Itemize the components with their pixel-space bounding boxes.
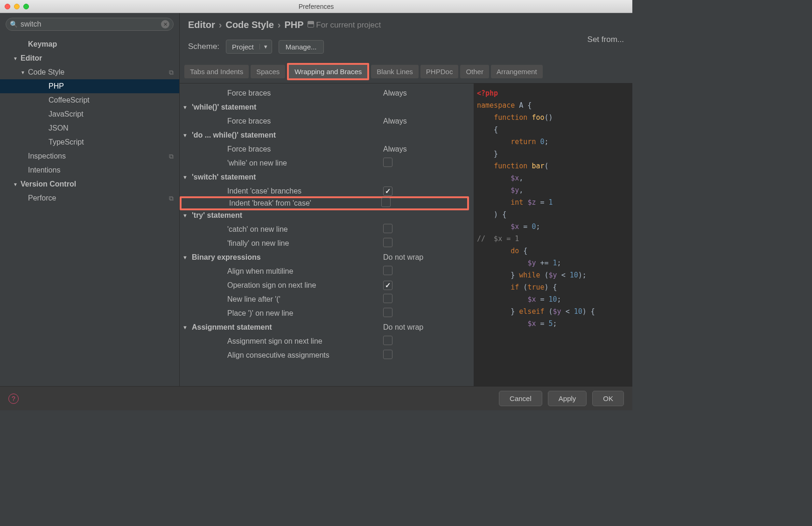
sidebar-item-label: PHP — [49, 82, 64, 90]
code-preview: <?phpnamespace A { function foo() { retu… — [474, 83, 632, 386]
scheme-label: Scheme: — [188, 42, 219, 51]
option-try-statement[interactable]: ▼'try' statement — [180, 208, 469, 222]
sidebar-item-keymap[interactable]: Keymap — [0, 37, 179, 51]
option-new-line-after[interactable]: New line after '(' — [180, 292, 469, 306]
sidebar-item-label: Inspections — [28, 152, 66, 160]
option-value[interactable]: Always — [383, 89, 407, 97]
disclosure-icon: ▼ — [182, 132, 189, 138]
help-icon[interactable]: ? — [8, 394, 19, 404]
sidebar-item-label: TypeScript — [49, 138, 84, 146]
checkbox[interactable] — [383, 266, 392, 275]
checkbox[interactable] — [383, 281, 392, 290]
option-align-when-multiline[interactable]: Align when multiline — [180, 264, 469, 278]
option-value[interactable]: Do not wrap — [383, 253, 423, 261]
checkbox[interactable] — [383, 187, 392, 196]
window-title: Preferences — [0, 3, 632, 10]
option-do-while-statement[interactable]: ▼'do ... while()' statement — [180, 128, 469, 142]
option-value[interactable]: Do not wrap — [383, 323, 423, 331]
sidebar-item-label: Keymap — [28, 40, 57, 48]
breadcrumb-editor: Editor — [188, 20, 215, 30]
project-icon — [308, 21, 314, 28]
tab-wrapping-and-braces[interactable]: Wrapping and Braces — [287, 63, 369, 80]
tab-spaces[interactable]: Spaces — [251, 65, 285, 78]
sidebar-item-typescript[interactable]: TypeScript — [0, 135, 179, 149]
set-from-link[interactable]: Set from... — [588, 35, 624, 44]
titlebar: Preferences — [0, 0, 632, 13]
chevron-right-icon: › — [219, 20, 222, 30]
option-assignment-sign-on-next-line[interactable]: Assignment sign on next line — [180, 334, 469, 348]
tab-phpdoc[interactable]: PHPDoc — [420, 65, 459, 78]
option-finally-on-new-line[interactable]: 'finally' on new line — [180, 236, 469, 250]
disclosure-icon: ▼ — [21, 70, 26, 75]
scheme-value: Project — [226, 43, 259, 51]
sidebar-item-version-control[interactable]: ▼Version Control — [0, 177, 179, 191]
disclosure-icon: ▼ — [182, 174, 189, 180]
sidebar-item-inspections[interactable]: Inspections⧉ — [0, 149, 179, 163]
option-binary-expressions[interactable]: ▼Binary expressionsDo not wrap — [180, 250, 469, 264]
option-place-on-new-line[interactable]: Place ')' on new line — [180, 306, 469, 320]
sidebar-item-code-style[interactable]: ▼Code Style⧉ — [0, 65, 179, 79]
sidebar-item-label: Code Style — [28, 68, 64, 76]
search-input[interactable]: 🔍 ✕ — [6, 18, 174, 31]
checkbox[interactable] — [383, 294, 392, 303]
option-catch-on-new-line[interactable]: 'catch' on new line — [180, 222, 469, 236]
sidebar-item-label: CoffeeScript — [49, 96, 90, 104]
sidebar-item-intentions[interactable]: Intentions — [0, 163, 179, 177]
search-text-field[interactable] — [21, 20, 158, 28]
tab-arrangement[interactable]: Arrangement — [491, 65, 543, 78]
breadcrumb-code-style: Code Style — [225, 20, 273, 30]
scope-badge: For current project — [308, 21, 381, 30]
checkbox[interactable] — [383, 224, 392, 233]
sidebar-item-editor[interactable]: ▼Editor — [0, 51, 179, 65]
sidebar-item-json[interactable]: JSON — [0, 121, 179, 135]
sidebar-item-php[interactable]: PHP — [0, 79, 179, 93]
option-align-consecutive-assignments[interactable]: Align consecutive assignments — [180, 348, 469, 362]
option-switch-statement[interactable]: ▼'switch' statement — [180, 170, 469, 184]
copy-icon: ⧉ — [169, 69, 174, 76]
main-panel: Editor › Code Style › PHP For current pr… — [180, 13, 632, 386]
apply-button[interactable]: Apply — [548, 391, 587, 406]
sidebar-item-label: JavaScript — [49, 110, 84, 118]
tabs: Tabs and IndentsSpacesWrapping and Brace… — [180, 63, 632, 80]
breadcrumb-php: PHP — [284, 20, 303, 30]
clear-search-icon[interactable]: ✕ — [161, 20, 169, 28]
tab-other[interactable]: Other — [460, 65, 489, 78]
sidebar-item-label: Version Control — [21, 180, 76, 188]
checkbox[interactable] — [383, 238, 392, 247]
option-operation-sign-on-next-line[interactable]: Operation sign on next line — [180, 278, 469, 292]
checkbox[interactable] — [381, 198, 391, 207]
sidebar-item-coffeescript[interactable]: CoffeeScript — [0, 93, 179, 107]
option-value[interactable]: Always — [383, 117, 407, 125]
option-assignment-statement[interactable]: ▼Assignment statementDo not wrap — [180, 320, 469, 334]
search-icon: 🔍 — [10, 21, 18, 28]
dialog-footer: ? Cancel Apply OK — [0, 386, 632, 410]
sidebar-item-label: Editor — [21, 54, 42, 62]
option-while-statement[interactable]: ▼'while()' statement — [180, 100, 469, 114]
option-while-on-new-line[interactable]: 'while' on new line — [180, 156, 469, 170]
copy-icon: ⧉ — [169, 152, 174, 160]
checkbox[interactable] — [383, 158, 392, 167]
cancel-button[interactable]: Cancel — [499, 391, 542, 406]
sidebar: 🔍 ✕ Keymap▼Editor▼Code Style⧉PHPCoffeeSc… — [0, 13, 180, 386]
checkbox[interactable] — [383, 336, 392, 345]
sidebar-item-perforce[interactable]: Perforce⧉ — [0, 191, 179, 205]
disclosure-icon: ▼ — [13, 182, 19, 187]
tab-blank-lines[interactable]: Blank Lines — [371, 65, 419, 78]
option-force-braces: Force bracesAlways — [180, 86, 469, 100]
options-panel: Force bracesAlways▼'while()' statementFo… — [180, 83, 474, 386]
ok-button[interactable]: OK — [592, 391, 624, 406]
manage-button[interactable]: Manage... — [279, 40, 324, 54]
breadcrumb: Editor › Code Style › PHP For current pr… — [188, 20, 381, 30]
chevron-right-icon: › — [278, 20, 281, 30]
checkbox[interactable] — [383, 350, 392, 359]
disclosure-icon: ▼ — [13, 56, 19, 61]
option-force-braces: Force bracesAlways — [180, 114, 469, 128]
sidebar-item-javascript[interactable]: JavaScript — [0, 107, 179, 121]
checkbox[interactable] — [383, 308, 392, 317]
copy-icon: ⧉ — [169, 194, 174, 202]
disclosure-icon: ▼ — [182, 325, 189, 330]
tab-tabs-and-indents[interactable]: Tabs and Indents — [184, 65, 249, 78]
disclosure-icon: ▼ — [182, 255, 189, 260]
scheme-select[interactable]: Project ▼ — [226, 40, 272, 54]
option-value[interactable]: Always — [383, 145, 407, 153]
